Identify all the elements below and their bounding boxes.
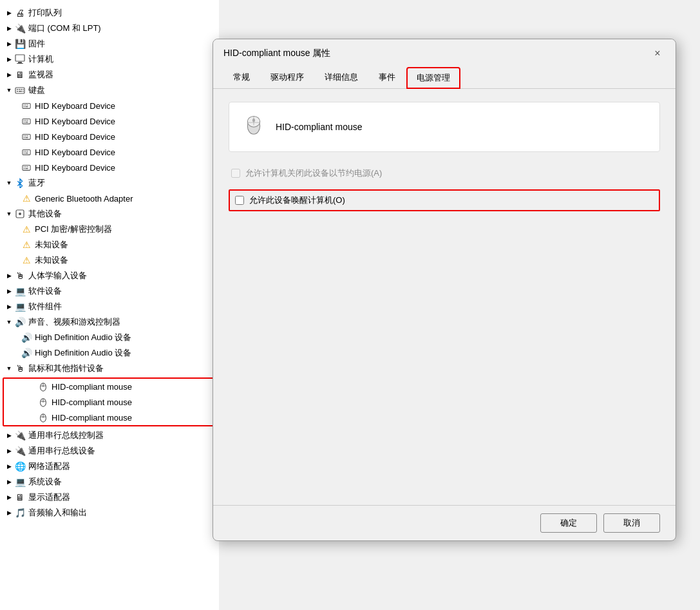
label-print-queue: 打印队列	[28, 7, 62, 19]
label-other-devices: 其他设备	[28, 208, 62, 220]
tree-item-hid-kb-4[interactable]: HID Keyboard Device	[0, 144, 219, 160]
tree-item-monitor[interactable]: ▶ 🖥 监视器	[0, 67, 219, 82]
arrow-usb-devices: ▶	[5, 447, 13, 455]
arrow-mice: ▼	[5, 365, 13, 372]
svg-rect-24	[24, 135, 25, 136]
tree-item-system-devices[interactable]: ▶ 💻 系统设备	[0, 474, 219, 490]
tree-item-keyboard[interactable]: ▼ 键盘	[0, 82, 219, 98]
dialog-title: HID-compliant mouse 属性	[223, 48, 331, 59]
arrow-monitor: ▶	[5, 71, 13, 79]
tree-item-network-adapters[interactable]: ▶ 🌐 网络适配器	[0, 459, 219, 474]
label-hid-kb-3: HID Keyboard Device	[35, 132, 115, 142]
svg-rect-19	[25, 120, 26, 120]
tree-item-hid-mouse-3[interactable]: HID-compliant mouse	[4, 410, 215, 425]
label-audio-io: 音频输入和输出	[28, 507, 87, 519]
svg-rect-39	[24, 168, 25, 169]
svg-rect-5	[19, 89, 20, 90]
tree-item-hid-mouse-2[interactable]: HID-compliant mouse	[4, 394, 215, 410]
ok-button[interactable]: 确定	[540, 513, 597, 533]
tree-item-hid-kb-2[interactable]: HID Keyboard Device	[0, 113, 219, 129]
tree-item-pci-enc[interactable]: ⚠ PCI 加密/解密控制器	[0, 222, 219, 237]
tree-item-unknown-1[interactable]: ⚠ 未知设备	[0, 237, 219, 253]
tab-details[interactable]: 详细信息	[315, 67, 368, 89]
dialog-tabs: 常规 驱动程序 详细信息 事件 电源管理	[213, 66, 676, 89]
svg-rect-34	[25, 153, 28, 153]
icon-unknown-1-warning: ⚠	[21, 239, 32, 251]
svg-rect-16	[25, 106, 28, 107]
label-sound: 声音、视频和游戏控制器	[28, 316, 120, 328]
tab-power[interactable]: 电源管理	[406, 67, 460, 89]
option-wake-label: 允许此设备唤醒计算机(O)	[249, 195, 345, 206]
svg-rect-15	[24, 106, 25, 107]
tree-item-hid-kb-3[interactable]: HID Keyboard Device	[0, 129, 219, 144]
icon-hid-kb-3	[21, 131, 32, 142]
device-mouse-icon	[242, 113, 265, 141]
label-unknown-1: 未知设备	[35, 239, 68, 251]
tree-item-print-queue[interactable]: ▶ 🖨 打印队列	[0, 5, 219, 21]
label-software-components: 软件组件	[28, 301, 62, 312]
icon-sound: 🔊	[14, 316, 26, 328]
tree-item-hid-kb-5[interactable]: HID Keyboard Device	[0, 160, 219, 175]
label-display-adapters: 显示适配器	[28, 491, 70, 503]
tree-item-mice[interactable]: ▼ 🖱 鼠标和其他指针设备	[0, 361, 219, 376]
svg-rect-20	[27, 120, 28, 120]
tree-item-computer[interactable]: ▶ 计算机	[0, 52, 219, 67]
checkbox-power-save[interactable]	[231, 169, 240, 178]
tree-item-ports[interactable]: ▶ 🔌 端口 (COM 和 LPT)	[0, 21, 219, 36]
tree-item-display-adapters[interactable]: ▶ 🖥 显示适配器	[0, 490, 219, 505]
label-hda-2: High Definition Audio 设备	[35, 347, 131, 359]
tree-item-firmware[interactable]: ▶ 💾 固件	[0, 36, 219, 52]
tree-item-hda-1[interactable]: 🔊 High Definition Audio 设备	[0, 330, 219, 345]
icon-generic-bt-warning: ⚠	[21, 193, 32, 204]
svg-rect-26	[27, 135, 28, 136]
tree-item-other-devices[interactable]: ▼ 其他设备	[0, 206, 219, 222]
svg-rect-28	[25, 137, 28, 138]
arrow-usb-ctrl: ▶	[5, 432, 13, 439]
icon-hid-mouse-3	[37, 412, 49, 423]
cancel-button[interactable]: 取消	[603, 513, 660, 533]
tree-item-audio-io[interactable]: ▶ 🎵 音频输入和输出	[0, 505, 219, 520]
icon-software-components: 💻	[14, 301, 26, 312]
tree-item-sound[interactable]: ▼ 🔊 声音、视频和游戏控制器	[0, 314, 219, 330]
tab-driver[interactable]: 驱动程序	[261, 67, 314, 89]
tab-events[interactable]: 事件	[369, 67, 405, 89]
tree-item-usb-devices[interactable]: ▶ 🔌 通用串行总线设备	[0, 443, 219, 459]
dialog-close-button[interactable]: ×	[650, 46, 665, 61]
label-usb-devices: 通用串行总线设备	[28, 445, 95, 457]
label-keyboard: 键盘	[28, 84, 45, 96]
tree-item-hid-kb-1[interactable]: HID Keyboard Device	[0, 98, 219, 113]
tree-item-software-devices[interactable]: ▶ 💻 软件设备	[0, 283, 219, 299]
svg-rect-25	[25, 135, 26, 136]
icon-display-adapters: 🖥	[14, 491, 26, 503]
svg-rect-32	[27, 151, 28, 151]
arrow-firmware: ▶	[5, 40, 13, 48]
label-generic-bt: Generic Bluetooth Adapter	[35, 194, 133, 204]
svg-rect-33	[24, 153, 25, 153]
tree-item-hda-2[interactable]: 🔊 High Definition Audio 设备	[0, 345, 219, 361]
tree-item-hid-devices[interactable]: ▶ 🖱 人体学输入设备	[0, 268, 219, 283]
icon-hid-kb-1	[21, 100, 32, 111]
arrow-keyboard: ▼	[5, 86, 13, 94]
svg-rect-40	[25, 168, 28, 169]
icon-usb-devices: 🔌	[14, 445, 26, 457]
svg-rect-35	[23, 166, 30, 171]
icon-hid-devices: 🖱	[14, 270, 26, 281]
tree-item-hid-mouse-1[interactable]: HID-compliant mouse	[4, 379, 215, 394]
svg-rect-8	[17, 91, 18, 92]
tree-item-unknown-2[interactable]: ⚠ 未知设备	[0, 253, 219, 268]
icon-network-adapters: 🌐	[14, 461, 26, 472]
checkbox-wake[interactable]	[235, 196, 244, 205]
label-hda-1: High Definition Audio 设备	[35, 332, 131, 343]
tree-item-generic-bt[interactable]: ⚠ Generic Bluetooth Adapter	[0, 191, 219, 206]
tree-item-software-components[interactable]: ▶ 💻 软件组件	[0, 299, 219, 314]
device-header: HID-compliant mouse	[229, 102, 660, 152]
svg-rect-21	[24, 122, 25, 122]
icon-ports: 🔌	[14, 23, 26, 34]
label-software-devices: 软件设备	[28, 285, 62, 297]
tab-general[interactable]: 常规	[223, 67, 260, 89]
tree-item-usb-ctrl[interactable]: ▶ 🔌 通用串行总线控制器	[0, 428, 219, 443]
device-name-label: HID-compliant mouse	[276, 122, 363, 132]
tree-item-bluetooth[interactable]: ▼ 蓝牙	[0, 175, 219, 191]
label-computer: 计算机	[28, 53, 53, 65]
arrow-bluetooth: ▼	[5, 179, 13, 187]
